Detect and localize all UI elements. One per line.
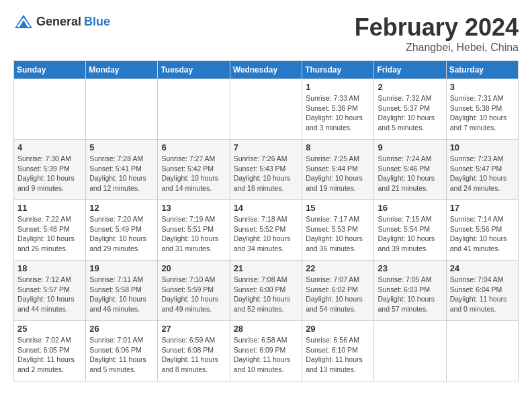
day-number: 13	[161, 203, 226, 213]
calendar-cell: 23Sunrise: 7:05 AMSunset: 6:03 PMDayligh…	[374, 261, 446, 321]
day-info: Sunrise: 7:28 AMSunset: 5:41 PMDaylight:…	[89, 154, 154, 193]
calendar-cell: 26Sunrise: 7:01 AMSunset: 6:06 PMDayligh…	[86, 321, 158, 381]
day-info: Sunrise: 6:59 AMSunset: 6:08 PMDaylight:…	[161, 335, 226, 375]
calendar-week-row: 4Sunrise: 7:30 AMSunset: 5:39 PMDaylight…	[14, 140, 519, 200]
day-number: 17	[450, 203, 515, 213]
day-number: 2	[378, 82, 442, 92]
calendar-cell: 11Sunrise: 7:22 AMSunset: 5:48 PMDayligh…	[14, 200, 86, 261]
day-number: 15	[306, 203, 370, 213]
calendar-cell	[14, 79, 86, 140]
day-info: Sunrise: 7:24 AMSunset: 5:46 PMDaylight:…	[378, 154, 442, 193]
calendar-cell: 15Sunrise: 7:17 AMSunset: 5:53 PMDayligh…	[302, 200, 374, 261]
calendar-cell: 29Sunrise: 6:56 AMSunset: 6:10 PMDayligh…	[302, 321, 374, 381]
day-info: Sunrise: 7:25 AMSunset: 5:44 PMDaylight:…	[306, 154, 370, 193]
day-info: Sunrise: 7:26 AMSunset: 5:43 PMDaylight:…	[234, 154, 299, 193]
day-info: Sunrise: 7:17 AMSunset: 5:53 PMDaylight:…	[306, 214, 370, 254]
calendar-cell: 9Sunrise: 7:24 AMSunset: 5:46 PMDaylight…	[374, 140, 446, 200]
logo-general-text: General	[36, 15, 81, 29]
calendar-cell: 3Sunrise: 7:31 AMSunset: 5:38 PMDaylight…	[446, 79, 518, 140]
day-info: Sunrise: 7:23 AMSunset: 5:47 PMDaylight:…	[450, 154, 515, 193]
day-info: Sunrise: 7:30 AMSunset: 5:39 PMDaylight:…	[17, 154, 82, 193]
day-number: 29	[306, 324, 370, 334]
calendar-header: SundayMondayTuesdayWednesdayThursdayFrid…	[14, 61, 519, 79]
calendar-cell: 10Sunrise: 7:23 AMSunset: 5:47 PMDayligh…	[446, 140, 518, 200]
day-number: 28	[234, 324, 299, 334]
day-number: 20	[161, 263, 226, 273]
page-header: General Blue February 2024 Zhangbei, Heb…	[13, 13, 519, 54]
day-number: 22	[306, 263, 370, 273]
calendar-cell: 24Sunrise: 7:04 AMSunset: 6:04 PMDayligh…	[446, 261, 518, 321]
calendar-cell	[158, 79, 230, 140]
calendar-cell: 25Sunrise: 7:02 AMSunset: 6:05 PMDayligh…	[14, 321, 86, 381]
calendar-cell	[230, 79, 302, 140]
calendar-cell	[374, 321, 446, 381]
calendar-week-row: 11Sunrise: 7:22 AMSunset: 5:48 PMDayligh…	[14, 200, 519, 261]
day-number: 6	[161, 142, 226, 152]
calendar-cell: 16Sunrise: 7:15 AMSunset: 5:54 PMDayligh…	[374, 200, 446, 261]
day-number: 11	[17, 203, 82, 213]
day-number: 1	[306, 82, 370, 92]
weekday-header: Saturday	[446, 61, 518, 79]
day-info: Sunrise: 7:32 AMSunset: 5:37 PMDaylight:…	[378, 93, 442, 133]
day-info: Sunrise: 7:11 AMSunset: 5:58 PMDaylight:…	[89, 275, 154, 314]
calendar-cell: 6Sunrise: 7:27 AMSunset: 5:42 PMDaylight…	[158, 140, 230, 200]
calendar-table: SundayMondayTuesdayWednesdayThursdayFrid…	[13, 60, 519, 381]
day-info: Sunrise: 6:56 AMSunset: 6:10 PMDaylight:…	[306, 335, 370, 375]
month-title: February 2024	[355, 13, 519, 42]
day-number: 7	[234, 142, 299, 152]
day-number: 26	[89, 324, 154, 334]
calendar-cell: 2Sunrise: 7:32 AMSunset: 5:37 PMDaylight…	[374, 79, 446, 140]
weekday-header: Thursday	[302, 61, 374, 79]
day-number: 3	[450, 82, 515, 92]
calendar-cell: 21Sunrise: 7:08 AMSunset: 6:00 PMDayligh…	[230, 261, 302, 321]
calendar-cell: 8Sunrise: 7:25 AMSunset: 5:44 PMDaylight…	[302, 140, 374, 200]
day-info: Sunrise: 7:15 AMSunset: 5:54 PMDaylight:…	[378, 214, 442, 254]
day-number: 4	[17, 142, 82, 152]
logo-blue-text: Blue	[84, 15, 110, 29]
calendar-cell: 27Sunrise: 6:59 AMSunset: 6:08 PMDayligh…	[158, 321, 230, 381]
calendar-cell: 1Sunrise: 7:33 AMSunset: 5:36 PMDaylight…	[302, 79, 374, 140]
day-info: Sunrise: 7:19 AMSunset: 5:51 PMDaylight:…	[161, 214, 226, 254]
calendar-cell: 20Sunrise: 7:10 AMSunset: 5:59 PMDayligh…	[158, 261, 230, 321]
day-info: Sunrise: 7:27 AMSunset: 5:42 PMDaylight:…	[161, 154, 226, 193]
day-number: 9	[378, 142, 442, 152]
day-info: Sunrise: 7:04 AMSunset: 6:04 PMDaylight:…	[450, 275, 515, 314]
day-info: Sunrise: 7:18 AMSunset: 5:52 PMDaylight:…	[234, 214, 299, 254]
day-info: Sunrise: 7:20 AMSunset: 5:49 PMDaylight:…	[89, 214, 154, 254]
weekday-header: Sunday	[14, 61, 86, 79]
day-number: 8	[306, 142, 370, 152]
day-number: 14	[234, 203, 299, 213]
weekday-header: Wednesday	[230, 61, 302, 79]
day-number: 5	[89, 142, 154, 152]
weekday-header: Friday	[374, 61, 446, 79]
weekday-header: Monday	[86, 61, 158, 79]
day-number: 12	[89, 203, 154, 213]
calendar-cell: 12Sunrise: 7:20 AMSunset: 5:49 PMDayligh…	[86, 200, 158, 261]
day-info: Sunrise: 7:22 AMSunset: 5:48 PMDaylight:…	[17, 214, 82, 254]
weekday-header: Tuesday	[158, 61, 230, 79]
calendar-week-row: 18Sunrise: 7:12 AMSunset: 5:57 PMDayligh…	[14, 261, 519, 321]
title-block: February 2024 Zhangbei, Hebei, China	[355, 13, 519, 54]
day-number: 10	[450, 142, 515, 152]
calendar-cell: 18Sunrise: 7:12 AMSunset: 5:57 PMDayligh…	[14, 261, 86, 321]
day-info: Sunrise: 7:33 AMSunset: 5:36 PMDaylight:…	[306, 93, 370, 133]
day-number: 23	[378, 263, 442, 273]
day-info: Sunrise: 7:02 AMSunset: 6:05 PMDaylight:…	[17, 335, 82, 375]
location-title: Zhangbei, Hebei, China	[355, 42, 519, 54]
day-info: Sunrise: 7:08 AMSunset: 6:00 PMDaylight:…	[234, 275, 299, 314]
calendar-body: 1Sunrise: 7:33 AMSunset: 5:36 PMDaylight…	[14, 79, 519, 381]
calendar-week-row: 1Sunrise: 7:33 AMSunset: 5:36 PMDaylight…	[14, 79, 519, 140]
day-number: 16	[378, 203, 442, 213]
day-info: Sunrise: 7:14 AMSunset: 5:56 PMDaylight:…	[450, 214, 515, 254]
weekday-row: SundayMondayTuesdayWednesdayThursdayFrid…	[14, 61, 519, 79]
calendar-cell: 22Sunrise: 7:07 AMSunset: 6:02 PMDayligh…	[302, 261, 374, 321]
day-info: Sunrise: 7:31 AMSunset: 5:38 PMDaylight:…	[450, 93, 515, 133]
calendar-cell: 17Sunrise: 7:14 AMSunset: 5:56 PMDayligh…	[446, 200, 518, 261]
calendar-cell: 7Sunrise: 7:26 AMSunset: 5:43 PMDaylight…	[230, 140, 302, 200]
day-number: 21	[234, 263, 299, 273]
day-info: Sunrise: 7:12 AMSunset: 5:57 PMDaylight:…	[17, 275, 82, 314]
logo-icon	[13, 13, 34, 30]
day-info: Sunrise: 6:58 AMSunset: 6:09 PMDaylight:…	[234, 335, 299, 375]
calendar-week-row: 25Sunrise: 7:02 AMSunset: 6:05 PMDayligh…	[14, 321, 519, 381]
calendar-cell: 19Sunrise: 7:11 AMSunset: 5:58 PMDayligh…	[86, 261, 158, 321]
